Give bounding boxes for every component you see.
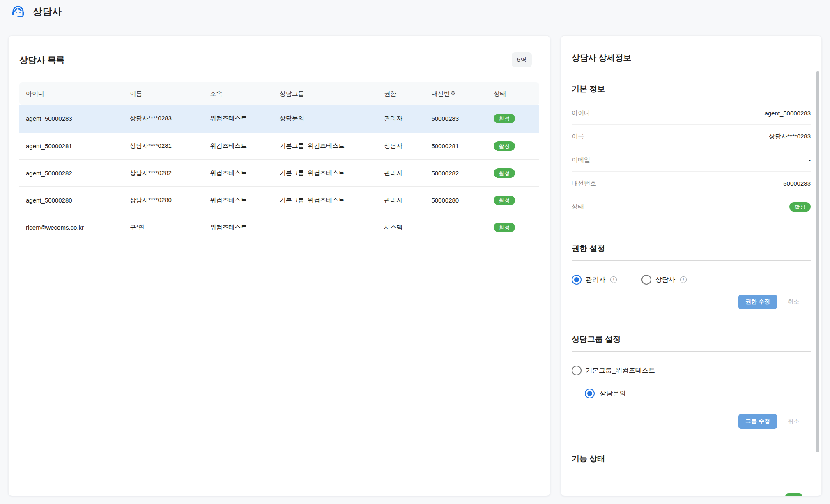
- info-value: -: [809, 156, 811, 163]
- column-header-name: 이름: [123, 82, 203, 105]
- column-header-status: 상태: [487, 82, 539, 105]
- cell-name[interactable]: 상담사****0283: [123, 105, 203, 132]
- table-row[interactable]: agent_50000282 상담사****0282 위컴즈테스트 기본그룹_위…: [19, 159, 539, 186]
- table-row[interactable]: agent_50000280 상담사****0280 위컴즈테스트 기본그룹_위…: [19, 186, 539, 214]
- radio-agent-label: 상담사: [655, 276, 675, 284]
- cell-id[interactable]: agent_50000283: [19, 105, 123, 132]
- column-header-id: 아이디: [19, 82, 123, 105]
- info-icon[interactable]: !: [610, 276, 617, 283]
- cell-id[interactable]: agent_50000280: [19, 186, 123, 214]
- cell-org[interactable]: 위컴즈테스트: [203, 132, 273, 159]
- info-icon[interactable]: !: [680, 276, 687, 283]
- cell-id[interactable]: agent_50000281: [19, 132, 123, 159]
- agent-count-badge: 5명: [512, 52, 532, 67]
- info-row-status: 상태 활성: [572, 195, 811, 219]
- group-submit-button[interactable]: 그룹 수정: [738, 414, 777, 429]
- cell-org[interactable]: 위컴즈테스트: [203, 214, 273, 241]
- agent-list-title: 상담사 목록: [19, 54, 65, 66]
- radio-consult-group-label: 상담문의: [600, 389, 626, 398]
- cell-org[interactable]: 위컴즈테스트: [203, 159, 273, 186]
- cell-group[interactable]: 기본그룹_위컴즈테스트: [273, 159, 377, 186]
- permission-submit-button[interactable]: 권한 수정: [738, 295, 777, 309]
- group-option-nested: 상담문의: [572, 384, 811, 404]
- status-badge: 활성: [494, 196, 515, 205]
- status-badge: 활성: [789, 202, 811, 212]
- cell-role[interactable]: 관리자: [377, 186, 425, 214]
- status-badge: 활성: [494, 114, 515, 123]
- basic-info-rows: 아이디 agent_50000283 이름 상담사****0283 이메일 - …: [572, 101, 811, 219]
- group-cancel-button[interactable]: 취소: [788, 418, 799, 425]
- cell-ext[interactable]: -: [425, 214, 487, 241]
- info-value: 상담사****0283: [769, 133, 811, 140]
- cell-group[interactable]: 상담문의: [273, 105, 377, 132]
- detail-title: 상담사 상세정보: [572, 52, 811, 63]
- radio-admin[interactable]: [572, 275, 582, 285]
- info-label: 이름: [572, 133, 584, 140]
- column-header-role: 권한: [377, 82, 425, 105]
- cell-org[interactable]: 위컴즈테스트: [203, 186, 273, 214]
- info-value: 50000283: [783, 180, 811, 187]
- cell-id[interactable]: ricerr@wecoms.co.kr: [19, 214, 123, 241]
- scrollbar-thumb[interactable]: [816, 71, 819, 452]
- cell-role[interactable]: 관리자: [377, 105, 425, 132]
- status-badge: 활성: [494, 168, 515, 178]
- info-label: 상태: [572, 203, 584, 211]
- cell-group[interactable]: 기본그룹_위컴즈테스트: [273, 186, 377, 214]
- cell-id[interactable]: agent_50000282: [19, 159, 123, 186]
- tree-indent-line: [577, 384, 577, 404]
- permission-cancel-button[interactable]: 취소: [788, 298, 799, 306]
- status-badge: 활성: [494, 141, 515, 151]
- radio-default-group-label: 기본그룹_위컴즈테스트: [586, 366, 655, 375]
- group-option-default: 기본그룹_위컴즈테스트: [572, 366, 811, 375]
- cell-ext[interactable]: 50000281: [425, 132, 487, 159]
- column-header-group: 상담그룹: [273, 82, 377, 105]
- info-value: agent_50000283: [764, 110, 811, 117]
- cell-name[interactable]: 상담사****0281: [123, 132, 203, 159]
- agent-table-header: 아이디 이름 소속 상담그룹 권한 내선번호 상태: [19, 82, 539, 105]
- table-row[interactable]: agent_50000281 상담사****0281 위컴즈테스트 기본그룹_위…: [19, 132, 539, 159]
- cell-status[interactable]: 활성: [487, 132, 539, 159]
- group-heading: 상담그룹 설정: [572, 334, 811, 345]
- radio-consult-group[interactable]: [585, 389, 595, 398]
- column-header-ext: 내선번호: [425, 82, 487, 105]
- table-row[interactable]: agent_50000283 상담사****0283 위컴즈테스트 상담문의 관…: [19, 105, 539, 132]
- info-row-email: 이메일 -: [572, 148, 811, 172]
- divider: [572, 351, 811, 352]
- info-label: 이메일: [572, 156, 590, 164]
- cell-role[interactable]: 관리자: [377, 159, 425, 186]
- radio-agent[interactable]: [641, 275, 651, 285]
- status-badge: 활성: [494, 223, 515, 232]
- cell-name[interactable]: 구*연: [123, 214, 203, 241]
- page-header: 상담사: [0, 0, 830, 23]
- cell-role[interactable]: 상담사: [377, 132, 425, 159]
- cell-ext[interactable]: 50000280: [425, 186, 487, 214]
- cell-status[interactable]: 활성: [487, 186, 539, 214]
- table-row[interactable]: ricerr@wecoms.co.kr 구*연 위컴즈테스트 - 시스템 - 활…: [19, 214, 539, 241]
- feature-heading: 기능 상태: [572, 453, 811, 464]
- cell-status[interactable]: 활성: [487, 105, 539, 132]
- divider: [572, 471, 811, 471]
- agent-detail-panel: 상담사 상세정보 기본 정보 아이디 agent_50000283 이름 상담사…: [561, 35, 822, 496]
- cell-status[interactable]: 활성: [487, 159, 539, 186]
- column-header-org: 소속: [203, 82, 273, 105]
- agent-list-panel: 상담사 목록 5명 아이디 이름 소속 상담그룹 권한 내선번호 상태 agen…: [8, 35, 550, 496]
- info-label: 내선번호: [572, 180, 596, 187]
- cell-group[interactable]: 기본그룹_위컴즈테스트: [273, 132, 377, 159]
- cell-role[interactable]: 시스템: [377, 214, 425, 241]
- radio-default-group[interactable]: [572, 366, 582, 375]
- support-agent-icon: [10, 4, 26, 19]
- cell-group[interactable]: -: [273, 214, 377, 241]
- clipped-toggle: [785, 493, 802, 496]
- basic-info-heading: 기본 정보: [572, 84, 811, 94]
- permission-options: 관리자 ! 상담사 !: [572, 275, 811, 285]
- cell-name[interactable]: 상담사****0282: [123, 159, 203, 186]
- permission-heading: 권한 설정: [572, 243, 811, 254]
- agent-table: 아이디 이름 소속 상담그룹 권한 내선번호 상태 agent_50000283…: [19, 82, 539, 241]
- cell-status[interactable]: 활성: [487, 214, 539, 241]
- cell-name[interactable]: 상담사****0280: [123, 186, 203, 214]
- page-title: 상담사: [33, 5, 62, 18]
- cell-org[interactable]: 위컴즈테스트: [203, 105, 273, 132]
- cell-ext[interactable]: 50000282: [425, 159, 487, 186]
- info-row-ext: 내선번호 50000283: [572, 172, 811, 195]
- cell-ext[interactable]: 50000283: [425, 105, 487, 132]
